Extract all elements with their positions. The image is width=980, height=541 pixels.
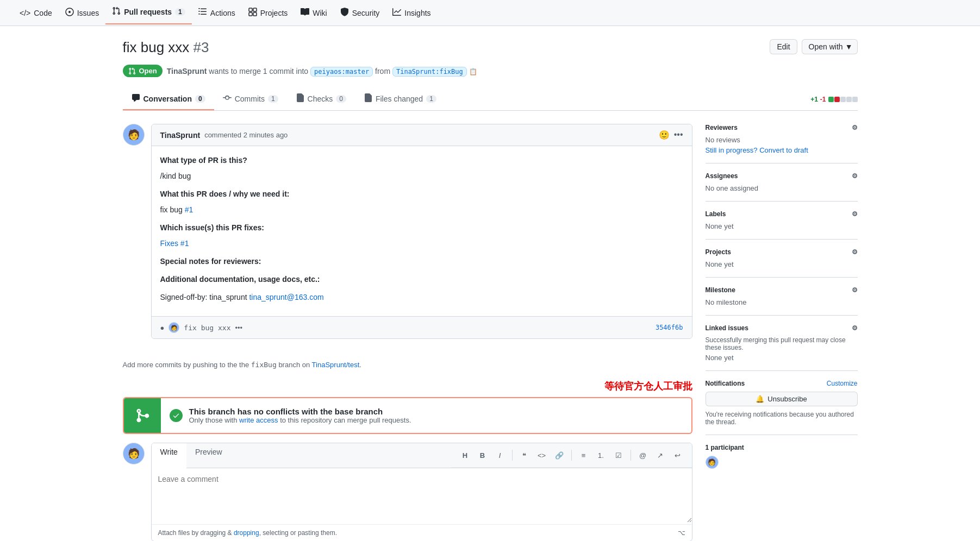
nav-label-code: Code [34,9,52,17]
fixes-link[interactable]: Fixes [160,239,178,248]
fix-link[interactable]: #1 [185,205,193,214]
commit-dot-icon: ● [160,324,165,332]
projects-gear-icon[interactable]: ⚙ [852,248,858,256]
pr-badge: 1 [175,8,185,16]
comment-block: TinaSprunt commented 2 minutes ago 🙂 •••… [151,124,692,339]
code-icon: </> [20,9,30,17]
comment-editor: Write Preview H B I ❝ <> 🔗 [151,443,692,541]
fixes-number-link[interactable]: #1 [180,239,189,248]
assignees-gear-icon[interactable]: ⚙ [852,172,858,180]
graph-icon [392,8,401,18]
task-btn[interactable]: ☑ [611,448,626,463]
milestone-gear-icon[interactable]: ⚙ [852,286,858,294]
code-btn[interactable]: <> [534,448,550,463]
participant-avatar[interactable]: 🧑 [706,456,719,469]
projects-section: Projects ⚙ None yet [706,240,858,278]
linked-issues-gear-icon[interactable]: ⚙ [852,324,858,332]
comment-textarea[interactable] [152,468,692,523]
mention-btn[interactable]: @ [635,448,651,463]
nav-item-security[interactable]: Security [334,3,386,22]
write-tab[interactable]: Write [152,443,186,468]
commit-hash[interactable]: 3546f6b [656,324,683,331]
heading-btn[interactable]: H [458,448,473,463]
actions-icon [198,8,207,18]
nav-label-wiki: Wiki [313,9,327,17]
svg-rect-5 [253,12,257,16]
nav-item-pull-requests[interactable]: Pull requests 1 [105,2,192,24]
comment-author[interactable]: TinaSprunt [160,131,201,140]
bold-btn[interactable]: B [475,448,490,463]
svg-rect-3 [253,8,257,11]
labels-section: Labels ⚙ None yet [706,202,858,240]
open-with-button[interactable]: Open with ▼ [802,39,858,54]
linked-issues-desc: Successfully merging this pull request m… [706,336,858,351]
toolbar-divider-1 [512,450,513,461]
editor-icon: ⌥ [678,529,685,537]
editor-avatar: 🧑 [123,443,145,464]
emoji-icon[interactable]: 🙂 [659,130,670,140]
nav-item-insights[interactable]: Insights [386,3,437,22]
reviewers-section: Reviewers ⚙ No reviews Still in progress… [706,124,858,163]
diff-stats: +1 -1 [810,88,857,110]
customize-link[interactable]: Customize [827,380,858,387]
merge-text: This branch has no conflicts with the ba… [189,407,411,424]
nav-item-code[interactable]: </> Code [13,4,59,22]
editor-toolbar: H B I ❝ <> 🔗 ≡ 1. ☑ [451,443,692,468]
nav-item-issues[interactable]: Issues [59,3,105,22]
projects-icon [248,8,257,18]
link-btn[interactable]: 🔗 [552,448,567,463]
diff-box-3 [840,97,846,102]
tab-files-changed[interactable]: Files changed 1 [355,88,445,110]
edit-button[interactable]: Edit [770,39,797,54]
diff-box-2 [834,97,840,102]
email-link[interactable]: tina_sprunt@163.com [249,293,323,301]
commits-icon [223,93,232,104]
toolbar-divider-3 [631,450,631,461]
tab-commits[interactable]: Commits 1 [214,88,287,110]
info-message: Add more commits by pushing to the the f… [123,356,692,373]
more-icon[interactable]: ••• [674,130,683,140]
comment-header: TinaSprunt commented 2 minutes ago 🙂 ••• [152,124,692,146]
unsubscribe-button[interactable]: 🔔 Unsubscribe [706,392,858,406]
nav-item-projects[interactable]: Projects [242,3,295,22]
undo-btn[interactable]: ↩ [670,448,685,463]
dropping-link[interactable]: dropping [234,529,259,537]
tab-conversation[interactable]: Conversation 0 [123,88,214,110]
diff-box-5 [852,97,858,102]
commit-message: fix bug xxx [184,324,230,332]
bullets-btn[interactable]: ≡ [576,448,591,463]
comment-editor-area: 🧑 Write Preview H B I [123,443,692,541]
tab-checks[interactable]: Checks 0 [287,88,355,110]
merge-content: This branch has no conflicts with the ba… [161,398,691,433]
commit-avatar: 🧑 [168,322,179,333]
base-branch-link[interactable]: peiyaos:master [310,67,373,77]
convert-to-draft[interactable]: Still in progress? Convert to draft [706,146,858,154]
commit-more-btn[interactable]: ••• [235,324,242,332]
nav-item-wiki[interactable]: Wiki [294,3,333,22]
labels-gear-icon[interactable]: ⚙ [852,210,858,218]
comment-body: What type of PR is this? /kind bug What … [152,146,692,316]
merge-area: Add more commits by pushing to the the f… [123,356,692,434]
head-branch-link[interactable]: TinaSprunt:fixBug [392,67,467,77]
write-access-link[interactable]: write access [239,416,278,424]
attach-text: Attach files by dragging & dropping, sel… [158,529,338,537]
preview-tab[interactable]: Preview [186,443,231,468]
repo-link[interactable]: TinaSprunt/test [312,361,360,369]
pr-meta-text: TinaSprunt wants to merge 1 commit into … [167,67,477,76]
checks-icon [296,93,304,104]
editor-tabs: Write Preview H B I ❝ <> 🔗 [152,443,692,468]
reviewers-gear-icon[interactable]: ⚙ [852,124,858,131]
nav-item-actions[interactable]: Actions [192,3,242,22]
notifications-section: Notifications Customize 🔔 Unsubscribe Yo… [706,371,858,435]
numbered-btn[interactable]: 1. [594,448,609,463]
open-badge: Open [123,65,163,77]
no-projects: None yet [706,260,858,268]
ref-btn[interactable]: ↗ [653,448,668,463]
quote-btn[interactable]: ❝ [517,448,532,463]
diff-box-1 [828,97,834,102]
copy-icon[interactable]: 📋 [469,68,477,76]
linked-issues-section: Linked issues ⚙ Successfully merging thi… [706,316,858,371]
chevron-down-icon: ▼ [845,42,853,51]
italic-btn[interactable]: I [492,448,508,463]
notification-desc: You're receiving notifications because y… [706,411,858,426]
